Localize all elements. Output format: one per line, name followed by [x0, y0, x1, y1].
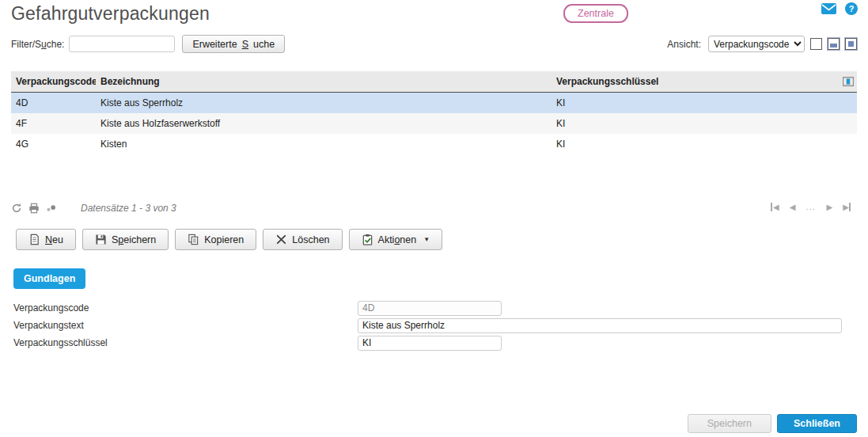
- footer-save-button[interactable]: Speichern: [688, 414, 771, 433]
- view-toggle-list-icon[interactable]: [810, 38, 822, 50]
- cell-code: 4D: [11, 97, 96, 108]
- packaging-table: Verpackungscode Bezeichnung Verpackungss…: [11, 71, 857, 154]
- record-toolbar: Neu Speichern Kopieren Löschen: [16, 229, 442, 250]
- verpackungstext-label: Verpackungstext: [13, 320, 358, 331]
- mail-icon[interactable]: [821, 3, 836, 14]
- copy-icon: [188, 234, 199, 245]
- column-settings-icon[interactable]: [843, 77, 854, 86]
- view-label: Ansicht:: [667, 39, 701, 50]
- zentrale-badge[interactable]: Zentrale: [563, 4, 628, 23]
- verpackungscode-label: Verpackungscode: [13, 302, 358, 314]
- save-icon: [95, 234, 107, 245]
- print-icon[interactable]: [28, 203, 40, 214]
- header-icon-group: ?: [821, 2, 858, 15]
- cell-key: KI: [552, 97, 833, 108]
- delete-x-icon: [275, 234, 287, 245]
- filter-bar: Filter/Suche: Erweiterte Suche: [11, 35, 285, 53]
- pager-prev-icon[interactable]: ◀: [790, 203, 795, 211]
- pager-next-icon[interactable]: ▶: [827, 203, 832, 211]
- cell-name: Kiste aus Sperrholz: [96, 97, 552, 108]
- pager-ellipsis[interactable]: ...: [805, 202, 815, 211]
- cell-name: Kiste aus Holzfaserwerkstoff: [96, 118, 552, 129]
- new-document-icon: [28, 234, 40, 245]
- refresh-icon[interactable]: [11, 203, 22, 214]
- actions-button[interactable]: Aktionen ▼: [349, 229, 443, 250]
- copy-button[interactable]: Kopieren: [175, 229, 256, 250]
- new-button[interactable]: Neu: [16, 229, 76, 250]
- table-row[interactable]: 4F Kiste aus Holzfaserwerkstoff KI: [11, 113, 857, 134]
- detail-form: Verpackungscode Verpackungstext Verpacku…: [13, 299, 842, 352]
- export-icon[interactable]: [46, 203, 57, 214]
- table-row[interactable]: 4D Kiste aus Sperrholz KI: [11, 93, 857, 113]
- delete-button[interactable]: Löschen: [263, 229, 342, 250]
- view-toggle-split-icon[interactable]: [828, 38, 840, 50]
- cell-code: 4G: [11, 139, 96, 150]
- view-bar: Ansicht: Verpackungscode: [667, 36, 857, 52]
- column-header-verpackungscode[interactable]: Verpackungscode: [11, 76, 96, 87]
- search-input[interactable]: [69, 36, 175, 52]
- verpackungscode-field[interactable]: [358, 301, 502, 316]
- column-header-bezeichnung[interactable]: Bezeichnung: [96, 76, 552, 87]
- close-button[interactable]: Schließen: [777, 414, 857, 433]
- actions-clipboard-icon: [362, 234, 373, 245]
- cell-key: KI: [552, 139, 833, 150]
- cell-key: KI: [552, 118, 833, 129]
- advanced-search-button[interactable]: Erweiterte Suche: [182, 35, 285, 53]
- table-header-row: Verpackungscode Bezeichnung Verpackungss…: [11, 71, 857, 93]
- cell-name: Kisten: [96, 139, 552, 150]
- save-button[interactable]: Speichern: [82, 229, 169, 250]
- table-row[interactable]: 4G Kisten KI: [11, 134, 857, 154]
- pager-last-icon[interactable]: ▶: [843, 203, 851, 211]
- verpackungstext-field[interactable]: [358, 318, 842, 333]
- pager: ◀ ◀ ... ▶ ▶: [771, 202, 851, 211]
- footer-actions: Speichern Schließen: [688, 414, 857, 433]
- pager-first-icon[interactable]: ◀: [771, 203, 779, 211]
- verpackungsschluessel-label: Verpackungsschlüssel: [13, 337, 358, 348]
- filter-label: Filter/Suche:: [11, 39, 64, 50]
- view-select[interactable]: Verpackungscode: [708, 36, 805, 52]
- view-toggle-form-icon[interactable]: [845, 38, 857, 50]
- record-count-label: Datensätze 1 - 3 von 3: [81, 203, 176, 214]
- help-icon[interactable]: ?: [845, 2, 858, 15]
- column-header-verpackungsschluessel[interactable]: Verpackungsschlüssel: [552, 76, 833, 87]
- verpackungsschluessel-field[interactable]: [358, 336, 502, 351]
- cell-code: 4F: [11, 118, 96, 129]
- page-title: Gefahrgutverpackungen: [11, 3, 210, 25]
- status-bar: Datensätze 1 - 3 von 3: [11, 200, 857, 216]
- tab-grundlagen[interactable]: Gundlagen: [13, 268, 85, 289]
- gefahrgutverpackungen-window: Gefahrgutverpackungen Zentrale ? Filter/…: [0, 0, 868, 437]
- caret-down-icon: ▼: [423, 236, 430, 243]
